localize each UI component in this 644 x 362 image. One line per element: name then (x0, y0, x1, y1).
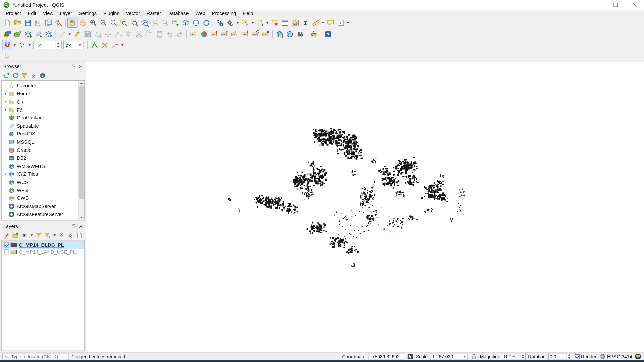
menu-processing[interactable]: Processing (209, 10, 239, 17)
extent-toggle-icon[interactable] (407, 353, 414, 360)
menu-layer[interactable]: Layer (57, 10, 75, 17)
osm-place-search-button[interactable] (295, 29, 305, 39)
snapping-units-select[interactable]: px (63, 41, 84, 49)
locate-box[interactable] (2, 353, 69, 360)
browser-item-geopackage[interactable]: GeoPackage (2, 114, 78, 122)
text-annotation-dropdown[interactable] (346, 18, 350, 28)
toggle-editing-button[interactable] (72, 29, 82, 39)
tolerance-up-button[interactable] (55, 41, 61, 45)
enable-tracing-dropdown[interactable] (120, 40, 124, 50)
snapping-on-intersection-button[interactable] (99, 40, 110, 50)
current-edits-dropdown[interactable] (67, 29, 72, 39)
delete-selected-button[interactable] (123, 29, 133, 39)
new-map-view-button[interactable] (170, 18, 180, 28)
browser-item-wfs[interactable]: WFS (2, 186, 78, 194)
add-selected-layers-button[interactable] (2, 71, 11, 80)
new-spatialite-layer-button[interactable] (33, 29, 43, 39)
snapping-tolerance-input[interactable] (33, 41, 61, 49)
menu-edit[interactable]: Edit (24, 10, 40, 17)
expand-arrow-icon[interactable] (3, 100, 8, 104)
run-feature-action-button[interactable] (225, 18, 235, 28)
browser-float-button[interactable] (70, 63, 77, 70)
menu-database[interactable]: Database (164, 10, 192, 17)
zoom-out-button[interactable] (98, 18, 109, 28)
map-canvas[interactable] (86, 62, 644, 352)
layers-close-button[interactable] (77, 223, 84, 229)
collapse-all-layers-button[interactable] (66, 231, 75, 240)
open-attribute-table-button[interactable] (280, 18, 290, 28)
text-annotation-button[interactable]: T (335, 18, 346, 28)
pan-map-button[interactable] (67, 18, 78, 28)
zoom-full-button[interactable] (119, 18, 129, 28)
measure-line-button[interactable] (311, 18, 321, 28)
zoom-to-selection-button[interactable] (129, 18, 139, 28)
menu-view[interactable]: View (40, 10, 57, 17)
temporal-controller-button[interactable] (191, 18, 201, 28)
snapping-mode-dropdown[interactable] (27, 40, 32, 50)
open-project-button[interactable] (12, 18, 23, 28)
magnifier-value[interactable] (502, 354, 520, 359)
browser-item-ows[interactable]: OWS (2, 194, 78, 202)
paste-features-button[interactable] (154, 29, 164, 39)
new-project-button[interactable] (2, 18, 12, 28)
current-edits-button[interactable] (57, 29, 67, 39)
menu-settings[interactable]: Settings (75, 10, 100, 17)
copy-features-button[interactable] (144, 29, 154, 39)
save-project-button[interactable] (22, 18, 33, 28)
style-manager-button[interactable] (53, 18, 64, 28)
scroll-thumb[interactable] (79, 86, 84, 199)
browser-close-button[interactable] (77, 63, 84, 70)
browser-item-wms-wmts[interactable]: WMS/WMTS (2, 162, 78, 170)
menu-web[interactable]: Web (192, 10, 209, 17)
new-3d-map-view-button[interactable] (180, 18, 191, 28)
enable-tracing-button[interactable] (110, 40, 120, 50)
browser-scrollbar[interactable] (78, 81, 84, 220)
menu-vector[interactable]: Vector (123, 10, 143, 17)
messages-button[interactable] (635, 353, 642, 360)
rotate-label-button[interactable]: abc (250, 29, 261, 39)
browser-item-favorites[interactable]: Favorites (2, 82, 78, 90)
render-checkbox-box[interactable] (575, 354, 580, 359)
expand-arrow-icon[interactable] (3, 172, 8, 176)
filter-browser-button[interactable] (20, 71, 29, 80)
refresh-browser-button[interactable] (11, 71, 20, 80)
add-group-button[interactable] (11, 231, 20, 240)
filter-by-expression-button[interactable]: ε (43, 231, 52, 240)
layer-labeling-options-button[interactable]: abc (189, 29, 199, 39)
new-virtual-layer-button[interactable]: V (43, 29, 54, 39)
refresh-map-button[interactable] (201, 18, 211, 28)
layer-visibility-checkbox[interactable] (4, 250, 9, 255)
undo-button[interactable] (164, 29, 175, 39)
menu-raster[interactable]: Raster (143, 10, 164, 17)
scroll-up-button[interactable] (79, 81, 84, 86)
vertex-tool-button[interactable] (113, 29, 123, 39)
help-button[interactable]: ? (323, 29, 333, 39)
browser-item-arcgismapserver[interactable]: ArcGisMapServer (2, 202, 78, 210)
manage-map-themes-dropdown[interactable] (29, 231, 34, 240)
magnifier-spinner[interactable] (502, 353, 526, 360)
browser-item-wcs[interactable]: WCS (2, 178, 78, 186)
browser-item-postgis[interactable]: PostGIS (2, 130, 78, 138)
select-features-button[interactable] (240, 18, 250, 28)
zoom-in-button[interactable] (88, 18, 98, 28)
filter-legend-button[interactable] (34, 231, 43, 240)
rotation-value[interactable] (548, 354, 566, 359)
browser-item-home[interactable]: Home (2, 90, 78, 98)
select-features-dropdown[interactable] (250, 18, 255, 28)
run-feature-action-dropdown[interactable] (235, 18, 240, 28)
cut-features-button[interactable] (133, 29, 144, 39)
minimize-button[interactable] (587, 0, 606, 10)
zoom-next-button[interactable] (160, 18, 170, 28)
save-layer-edits-button[interactable] (82, 29, 93, 39)
move-feature-button[interactable] (103, 29, 113, 39)
expand-arrow-icon[interactable] (3, 108, 8, 112)
render-checkbox[interactable]: Render (575, 354, 597, 359)
open-field-calculator-button[interactable] (290, 18, 300, 28)
menu-help[interactable]: Help (239, 10, 256, 17)
map-tips-button[interactable] (325, 18, 336, 28)
locate-input[interactable] (11, 354, 66, 359)
expand-all-button[interactable] (57, 231, 66, 240)
pin-unpin-labels-button[interactable]: abc (219, 29, 230, 39)
browser-item-geonode[interactable]: GeoNode (2, 219, 78, 220)
menu-project[interactable]: Project (2, 10, 24, 17)
